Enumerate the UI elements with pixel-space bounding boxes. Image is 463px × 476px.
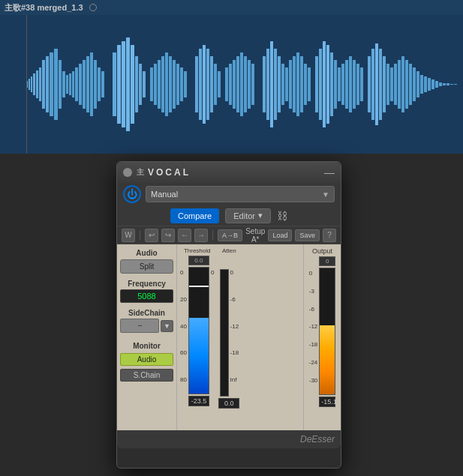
atten-section: Atten 0 -6 -12 -18 Inf 0.0 [218, 247, 239, 427]
svg-rect-51 [233, 60, 236, 109]
scale-40: 40 [180, 323, 187, 330]
svg-rect-74 [330, 52, 333, 116]
svg-rect-106 [454, 84, 457, 85]
output-meter-bar [319, 268, 335, 395]
threshold-top-display: 0.0 [188, 256, 209, 265]
power-icon: ⏻ [127, 189, 137, 199]
svg-rect-73 [326, 45, 329, 124]
title-text: VOCAL [148, 167, 191, 178]
out-scale-3: -3 [309, 288, 318, 295]
svg-rect-30 [139, 64, 142, 105]
out-scale-30: -30 [309, 377, 318, 384]
svg-rect-84 [371, 49, 374, 120]
svg-rect-101 [435, 81, 438, 88]
scale-20: 20 [180, 296, 187, 303]
ab-button[interactable]: A→B [218, 229, 242, 241]
back-button[interactable]: ← [178, 229, 191, 242]
preset-select[interactable]: Manual ▼ [146, 186, 335, 202]
svg-rect-34 [158, 60, 161, 109]
forward-button[interactable]: → [194, 229, 208, 242]
output-bar-col: 0 -15.1 [319, 256, 335, 407]
svg-rect-47 [214, 64, 217, 105]
atten-label: Atten [222, 247, 236, 254]
svg-rect-76 [338, 67, 341, 101]
redo-button[interactable]: ↪ [161, 229, 175, 242]
svg-rect-50 [229, 64, 232, 105]
svg-rect-11 [59, 60, 62, 109]
link-icon[interactable]: ⛓ [277, 210, 287, 222]
scale-r0: 0 [211, 269, 214, 276]
frequency-display[interactable]: 5088 [120, 289, 173, 303]
monitor-chain-button[interactable]: S.Chain [120, 369, 173, 382]
help-button[interactable]: ? [323, 229, 336, 242]
waves-logo-icon: W [122, 229, 135, 242]
power-button[interactable]: ⏻ [123, 185, 141, 203]
svg-rect-37 [169, 56, 172, 112]
audio-label: Audio [120, 249, 173, 257]
svg-rect-49 [225, 67, 228, 101]
out-scale-24: -24 [309, 359, 318, 366]
waveform-header: 主歌#38 merged_1.3 [0, 0, 463, 15]
setup-label: Setup A* [245, 227, 265, 244]
atten-scale-6: -6 [230, 296, 239, 303]
svg-rect-46 [210, 56, 213, 112]
sidechain-filter-button[interactable]: ～ [120, 319, 159, 333]
threshold-bar-col: 0.0 -23.5 [188, 256, 209, 406]
monitor-audio-button[interactable]: Audio [120, 353, 173, 366]
undo-button[interactable]: ↩ [145, 229, 158, 242]
svg-rect-79 [349, 56, 352, 112]
waveform-canvas [0, 15, 463, 154]
svg-rect-67 [300, 56, 303, 112]
svg-rect-75 [334, 60, 337, 109]
frequency-section: Frequency 5088 [120, 280, 173, 303]
title-prefix: 主 [137, 167, 146, 178]
save-button[interactable]: Save [295, 229, 320, 241]
preset-bar: ⏻ Manual ▼ [117, 183, 341, 205]
plugin-window: 主 VOCAL — ⏻ Manual ▼ Compare Editor ▾ ⛓ … [116, 161, 341, 469]
out-scale-6: -6 [309, 306, 318, 313]
svg-rect-104 [446, 83, 449, 85]
svg-rect-55 [248, 60, 251, 109]
editor-label: Editor [233, 211, 255, 220]
threshold-fill [189, 318, 209, 394]
load-button[interactable]: Load [268, 229, 292, 241]
svg-rect-70 [315, 56, 318, 112]
svg-rect-28 [131, 45, 134, 124]
atten-scale-18: -18 [230, 349, 239, 356]
svg-rect-10 [54, 49, 58, 120]
svg-rect-12 [62, 71, 65, 97]
compare-button[interactable]: Compare [170, 208, 219, 223]
toolbar-separator-2 [212, 230, 213, 241]
editor-button[interactable]: Editor ▾ [225, 208, 271, 223]
atten-meter-group: 0 -6 -12 -18 Inf [220, 256, 239, 397]
sidechain-section: SideChain ～ ▼ [120, 309, 173, 333]
svg-rect-2 [29, 79, 30, 90]
svg-rect-89 [390, 67, 393, 101]
threshold-section: Threshold 0 20 40 60 80 0.0 [180, 247, 214, 427]
svg-rect-52 [236, 56, 239, 112]
left-panel: Audio Split Frequency 5088 SideChain ～ ▼… [117, 244, 177, 430]
svg-rect-102 [439, 82, 442, 86]
svg-rect-56 [251, 64, 254, 105]
svg-rect-17 [79, 64, 82, 105]
output-fill [320, 325, 335, 394]
svg-rect-82 [360, 67, 363, 101]
preset-arrow-icon: ▼ [322, 190, 329, 199]
sidechain-arrow-button[interactable]: ▼ [161, 320, 173, 332]
output-top-display: 0 [319, 256, 335, 266]
toolbar: W ↩ ↪ ← → A→B Setup A* Load Save ? [117, 226, 341, 244]
svg-rect-5 [36, 70, 38, 98]
close-button[interactable] [123, 168, 132, 177]
svg-rect-81 [356, 64, 359, 105]
svg-rect-39 [176, 64, 179, 105]
monitor-label: Monitor [120, 342, 173, 350]
svg-rect-90 [394, 64, 397, 105]
svg-rect-53 [240, 52, 243, 116]
svg-rect-65 [293, 56, 296, 112]
svg-rect-59 [270, 41, 273, 127]
svg-rect-57 [263, 56, 266, 112]
svg-rect-91 [398, 60, 401, 109]
svg-rect-18 [83, 60, 86, 109]
split-button[interactable]: Split [120, 259, 173, 274]
svg-rect-78 [345, 60, 348, 109]
